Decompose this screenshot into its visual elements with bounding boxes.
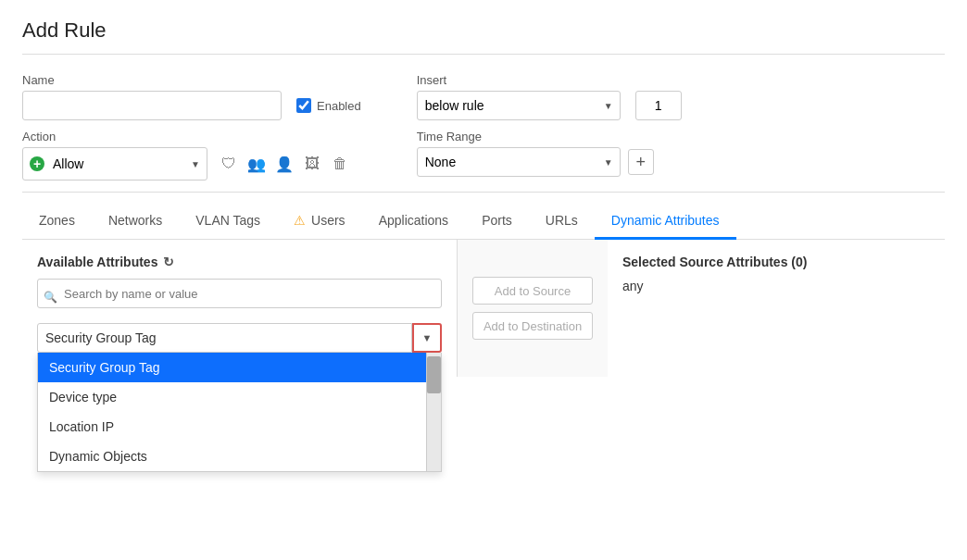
tab-urls[interactable]: URLs bbox=[529, 204, 595, 240]
search-wrapper bbox=[37, 279, 442, 316]
refresh-icon[interactable]: ↻ bbox=[163, 255, 174, 269]
user-icon[interactable]: 👤 bbox=[274, 154, 295, 174]
divider bbox=[22, 192, 945, 193]
available-attributes-label: Available Attributes bbox=[37, 255, 157, 269]
tabs-bar: Zones Networks VLAN Tags ⚠ Users Applica… bbox=[22, 204, 945, 240]
list-scrollbar-thumb bbox=[427, 356, 441, 393]
image-icon[interactable]: 🖼 bbox=[302, 154, 322, 174]
tab-content: Available Attributes ↻ Security Group Ta… bbox=[22, 240, 945, 377]
time-range-select[interactable]: None bbox=[417, 147, 621, 177]
insert-label: Insert bbox=[417, 73, 682, 87]
available-attributes-title: Available Attributes ↻ bbox=[37, 255, 442, 269]
action-select-wrapper: Allow Deny Trust Monitor bbox=[22, 147, 207, 180]
tab-zones[interactable]: Zones bbox=[22, 204, 92, 240]
list-item-location-ip[interactable]: Location IP bbox=[38, 412, 441, 442]
tab-networks[interactable]: Networks bbox=[92, 204, 179, 240]
attribute-type-list: Security Group Tag Device type Location … bbox=[37, 353, 442, 472]
allow-icon bbox=[30, 156, 44, 171]
time-range-select-wrapper: None bbox=[417, 147, 621, 177]
middle-actions: Add to Source Add to Destination bbox=[458, 240, 608, 377]
page-title: Add Rule bbox=[22, 19, 945, 55]
list-item-device-type[interactable]: Device type bbox=[38, 382, 441, 412]
name-label: Name bbox=[22, 73, 361, 87]
list-item-dynamic-objects[interactable]: Dynamic Objects bbox=[38, 442, 441, 471]
insert-select-wrapper: below rule above rule at top at bottom bbox=[417, 91, 621, 120]
right-panel: Selected Source Attributes (0) any bbox=[608, 240, 945, 377]
enabled-checkbox-label[interactable]: Enabled bbox=[296, 98, 361, 113]
trash-icon[interactable]: 🗑 bbox=[330, 154, 350, 174]
users-warning-icon: ⚠ bbox=[294, 213, 306, 228]
add-to-source-button[interactable]: Add to Source bbox=[472, 277, 593, 305]
attribute-type-dropdown: Security Group Tag ▼ Security Group Tag … bbox=[37, 323, 442, 353]
search-input[interactable] bbox=[37, 279, 442, 308]
any-value: any bbox=[622, 279, 930, 293]
user-group-icon[interactable]: 👥 bbox=[246, 154, 267, 174]
action-select[interactable]: Allow Deny Trust Monitor bbox=[22, 147, 207, 180]
add-to-destination-button[interactable]: Add to Destination bbox=[472, 312, 593, 340]
attribute-type-display[interactable]: Security Group Tag bbox=[37, 323, 412, 353]
tab-ports[interactable]: Ports bbox=[465, 204, 529, 240]
time-range-add-button[interactable]: + bbox=[628, 149, 654, 175]
tab-vlan-tags[interactable]: VLAN Tags bbox=[179, 204, 277, 240]
tab-applications[interactable]: Applications bbox=[362, 204, 466, 240]
action-label: Action bbox=[22, 130, 361, 143]
time-range-label: Time Range bbox=[417, 130, 682, 143]
selected-attributes-title: Selected Source Attributes (0) bbox=[622, 255, 930, 269]
list-item-security-group-tag[interactable]: Security Group Tag bbox=[38, 353, 441, 382]
insert-select[interactable]: below rule above rule at top at bottom bbox=[417, 91, 621, 120]
tab-users[interactable]: ⚠ Users bbox=[277, 204, 362, 240]
selected-attributes-label: Selected Source Attributes (0) bbox=[622, 255, 807, 269]
list-scrollbar[interactable] bbox=[426, 353, 441, 471]
enabled-checkbox[interactable] bbox=[296, 98, 311, 113]
tab-dynamic-attributes[interactable]: Dynamic Attributes bbox=[595, 204, 736, 240]
toolbar-icons: 🛡 👥 👤 🖼 🗑 bbox=[219, 154, 350, 174]
attribute-type-dropdown-button[interactable]: ▼ bbox=[412, 323, 442, 353]
name-input[interactable] bbox=[22, 91, 282, 120]
enabled-label: Enabled bbox=[317, 99, 361, 113]
shield-icon[interactable]: 🛡 bbox=[219, 154, 239, 174]
insert-number-input[interactable] bbox=[635, 91, 682, 120]
left-panel: Available Attributes ↻ Security Group Ta… bbox=[22, 240, 458, 377]
